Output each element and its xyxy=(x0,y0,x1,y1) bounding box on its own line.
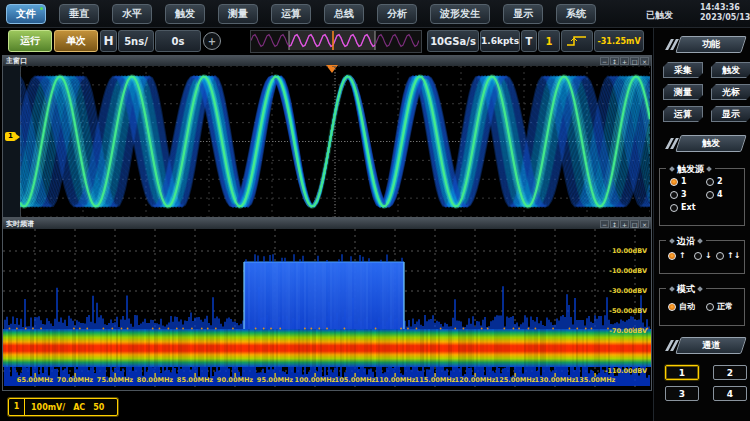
fn-button-触发[interactable]: 触发 xyxy=(711,62,750,78)
menu-item-7[interactable]: 分析 xyxy=(377,4,417,24)
menu-item-8[interactable]: 波形发生 xyxy=(430,4,490,24)
trigger-source-radio-Ext[interactable]: Ext xyxy=(670,203,695,212)
spectrum-plot[interactable]: 65.00MHz70.00MHz75.00MHz80.00MHz85.00MHz… xyxy=(3,229,651,387)
window-control-icon-0[interactable]: − xyxy=(600,57,609,65)
svg-text:-10.00dBV: -10.00dBV xyxy=(609,267,647,275)
timebase-value[interactable]: 5ns/ xyxy=(118,30,154,52)
fn-button-运算[interactable]: 运算 xyxy=(663,106,703,122)
window-control-icon-2[interactable]: + xyxy=(620,57,629,65)
spectrum-window: 实时频谱 −↕+□× 65.00MHz70.00MHz75.00MHz80.00… xyxy=(2,218,652,391)
radio-label: Ext xyxy=(681,203,695,212)
fn-button-测量[interactable]: 测量 xyxy=(663,84,703,100)
svg-text:125.00MHz: 125.00MHz xyxy=(495,376,536,384)
radio-label: ↓ xyxy=(705,251,712,260)
menu-item-9[interactable]: 显示 xyxy=(503,4,543,24)
radio-dot xyxy=(668,252,676,260)
fn-button-采集[interactable]: 采集 xyxy=(663,62,703,78)
trigger-header-label: 触发 xyxy=(702,137,720,150)
mode-radio-正常[interactable]: 正常 xyxy=(706,301,733,312)
radio-dot xyxy=(670,191,678,199)
channel1-ground-marker[interactable]: 1 xyxy=(5,132,16,141)
right-control-panel: 功能 触发 触发源 1234Ext 边沿 ↑↓↑↓ 模式 自动正常 通道 采集触… xyxy=(653,28,750,421)
window-control-icon-3[interactable]: □ xyxy=(630,220,639,228)
spectrum-window-controls: −↕+□× xyxy=(600,220,649,228)
radio-label: 1 xyxy=(681,177,687,186)
svg-text:100.00MHz: 100.00MHz xyxy=(295,376,336,384)
horizontal-button[interactable]: H xyxy=(100,30,117,52)
waveform-preview-bar[interactable] xyxy=(250,30,422,53)
edge-group: 边沿 ↑↓↑↓ xyxy=(659,240,745,274)
trigger-source-radio-2[interactable]: 2 xyxy=(706,177,723,186)
svg-text:-110.00dBV: -110.00dBV xyxy=(605,367,647,375)
trigger-source-group: 触发源 1234Ext xyxy=(659,168,745,226)
window-control-icon-2[interactable]: + xyxy=(620,220,629,228)
svg-text:75.00MHz: 75.00MHz xyxy=(97,376,133,384)
svg-text:110.00MHz: 110.00MHz xyxy=(375,376,416,384)
menu-item-2[interactable]: 水平 xyxy=(112,4,152,24)
window-control-icon-1[interactable]: ↕ xyxy=(610,220,619,228)
channel-button-3[interactable]: 3 xyxy=(665,386,699,401)
menu-item-1[interactable]: 垂直 xyxy=(59,4,99,24)
rising-edge-icon[interactable] xyxy=(561,30,593,52)
svg-text:105.00MHz: 105.00MHz xyxy=(335,376,376,384)
spectrum-window-titlebar[interactable]: 实时频谱 −↕+□× xyxy=(3,219,651,229)
channel-button-2[interactable]: 2 xyxy=(713,365,747,380)
horizontal-offset-value[interactable]: 0s xyxy=(155,30,201,52)
edge-radio-↑↓[interactable]: ↑↓ xyxy=(716,251,740,260)
menu-item-3[interactable]: 触发 xyxy=(165,4,205,24)
radio-dot xyxy=(706,191,714,199)
channel1-info-box[interactable]: 1 100mV/ AC 50 xyxy=(8,398,118,416)
trigger-level-readout[interactable]: -31.25mV xyxy=(594,30,644,52)
menu-item-0[interactable]: 文件 xyxy=(6,4,46,24)
trigger-source-radio-1[interactable]: 1 xyxy=(670,177,687,186)
date-label: 2023/05/13 xyxy=(700,13,750,23)
svg-text:-70.00dBV: -70.00dBV xyxy=(609,327,647,335)
fn-button-光标[interactable]: 光标 xyxy=(711,84,750,100)
trigger-source-group-label: 触发源 xyxy=(666,163,715,176)
trigger-section-header: 触发 xyxy=(668,136,744,151)
svg-text:70.00MHz: 70.00MHz xyxy=(57,376,93,384)
run-button[interactable]: 运行 xyxy=(8,30,52,52)
svg-text:115.00MHz: 115.00MHz xyxy=(415,376,456,384)
menu-item-4[interactable]: 测量 xyxy=(218,4,258,24)
svg-text:85.00MHz: 85.00MHz xyxy=(177,376,213,384)
oscilloscope-screen: 文件垂直水平触发测量运算总线分析波形发生显示系统 已触发 14:43:36 20… xyxy=(0,0,750,421)
zoom-icon[interactable]: + xyxy=(203,32,221,50)
window-control-icon-1[interactable]: ↕ xyxy=(610,57,619,65)
menu-item-6[interactable]: 总线 xyxy=(324,4,364,24)
radio-label: 正常 xyxy=(717,301,733,312)
main-waveform-plot[interactable] xyxy=(20,66,650,217)
radio-dot xyxy=(670,178,678,186)
menu-item-10[interactable]: 系统 xyxy=(556,4,596,24)
single-button[interactable]: 单次 xyxy=(54,30,98,52)
trigger-source-radio-3[interactable]: 3 xyxy=(670,190,687,199)
menu-item-5[interactable]: 运算 xyxy=(271,4,311,24)
svg-text:130.00MHz: 130.00MHz xyxy=(535,376,576,384)
fn-button-显示[interactable]: 显示 xyxy=(711,106,750,122)
radio-dot xyxy=(694,252,702,260)
window-control-icon-4[interactable]: × xyxy=(640,57,649,65)
channel-button-1[interactable]: 1 xyxy=(665,365,699,380)
main-left-gutter: 1 xyxy=(3,66,21,217)
window-control-icon-4[interactable]: × xyxy=(640,220,649,228)
channel-button-4[interactable]: 4 xyxy=(713,386,747,401)
trigger-source-radio-4[interactable]: 4 xyxy=(706,190,723,199)
radio-label: ↑ xyxy=(679,251,686,260)
trigger-source-readout[interactable]: 1 xyxy=(538,30,560,52)
svg-text:90.00MHz: 90.00MHz xyxy=(217,376,253,384)
window-control-icon-0[interactable]: − xyxy=(600,220,609,228)
channel-section-header: 通道 xyxy=(668,338,744,353)
edge-radio-↓[interactable]: ↓ xyxy=(694,251,712,260)
svg-text:95.00MHz: 95.00MHz xyxy=(257,376,293,384)
svg-text:80.00MHz: 80.00MHz xyxy=(137,376,173,384)
window-control-icon-3[interactable]: □ xyxy=(630,57,639,65)
mode-group-label: 模式 xyxy=(666,283,706,296)
svg-text:-30.00dBV: -30.00dBV xyxy=(609,287,647,295)
channel-coupling: AC xyxy=(73,403,85,412)
edge-radio-↑[interactable]: ↑ xyxy=(668,251,686,260)
radio-label: 3 xyxy=(681,190,687,199)
mode-radio-自动[interactable]: 自动 xyxy=(668,301,695,312)
svg-text:-50.00dBV: -50.00dBV xyxy=(609,307,647,315)
radio-dot xyxy=(706,178,714,186)
trigger-t-label[interactable]: T xyxy=(521,30,537,52)
